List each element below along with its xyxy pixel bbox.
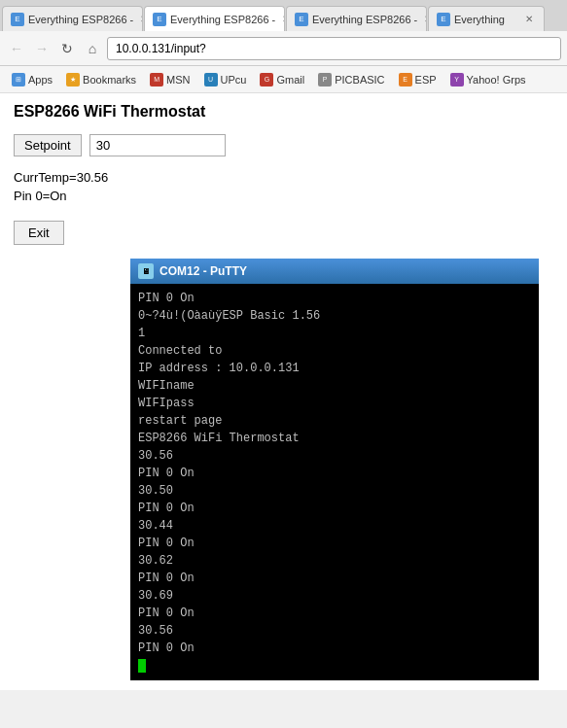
home-button[interactable]: ⌂ xyxy=(82,38,103,59)
picbasic-icon: P xyxy=(318,73,332,87)
terminal-line: 30.69 xyxy=(138,587,531,605)
bookmark-yahoo[interactable]: Y Yahoo! Grps xyxy=(444,71,532,88)
page-title: ESP8266 WiFi Thermostat xyxy=(14,103,553,121)
terminal-line: 30.56 xyxy=(138,447,531,465)
esp-icon: E xyxy=(399,73,412,87)
tab-label-3: Everything ESP8266 - xyxy=(312,14,417,25)
bookmark-msn[interactable]: M MSN xyxy=(144,71,195,88)
bookmark-picbasic[interactable]: P PICBASIC xyxy=(312,71,390,88)
bookmark-bookmarks[interactable]: ★ Bookmarks xyxy=(60,71,142,88)
tab-1[interactable]: E Everything ESP8266 - ✕ xyxy=(2,6,143,31)
tab-favicon-4: E xyxy=(437,13,450,26)
setpoint-label: Setpoint xyxy=(14,134,82,156)
terminal-line: ESP8266 WiFi Thermostat xyxy=(138,430,531,447)
bookmark-gmail-label: Gmail xyxy=(276,74,304,86)
tab-3[interactable]: E Everything ESP8266 - ✕ xyxy=(286,6,427,31)
bookmark-msn-label: MSN xyxy=(166,74,190,86)
apps-icon: ⊞ xyxy=(12,73,25,87)
bookmark-apps[interactable]: ⊞ Apps xyxy=(6,71,58,88)
terminal-line: Connected to xyxy=(138,342,531,360)
setpoint-row: Setpoint xyxy=(14,134,553,156)
tab-close-1[interactable]: ✕ xyxy=(137,13,143,26)
tab-favicon-3: E xyxy=(295,13,308,26)
putty-title-text: COM12 - PuTTY xyxy=(159,264,247,278)
putty-terminal[interactable]: PIN 0 On0~?4ù!(OàaùÿESP Basic 1.561Conne… xyxy=(130,284,539,680)
terminal-line: 1 xyxy=(138,325,531,342)
terminal-line: PIN 0 On xyxy=(138,465,531,482)
gmail-icon: G xyxy=(260,73,273,87)
terminal-line: 30.44 xyxy=(138,517,531,535)
terminal-line: 30.50 xyxy=(138,482,531,500)
tab-2[interactable]: E Everything ESP8266 - ✕ xyxy=(144,6,285,31)
bookmark-yahoo-label: Yahoo! Grps xyxy=(467,74,526,86)
bookmark-esp[interactable]: E ESP xyxy=(393,71,443,88)
setpoint-input[interactable] xyxy=(89,134,226,156)
tab-close-4[interactable]: ✕ xyxy=(522,13,536,26)
bookmark-bookmarks-label: Bookmarks xyxy=(83,74,136,86)
exit-button[interactable]: Exit xyxy=(14,221,64,245)
bookmark-upcu-label: UPcu xyxy=(221,74,247,86)
reload-button[interactable]: ↻ xyxy=(56,38,78,59)
terminal-cursor xyxy=(138,659,146,673)
tab-close-2[interactable]: ✕ xyxy=(279,13,285,26)
terminal-line: PIN 0 On xyxy=(138,605,531,622)
back-button[interactable]: ← xyxy=(6,38,27,59)
bookmark-esp-label: ESP xyxy=(415,74,437,86)
upcu-icon: U xyxy=(204,73,218,87)
terminal-line: 30.56 xyxy=(138,622,531,640)
bookmarks-icon: ★ xyxy=(66,73,80,87)
tab-close-3[interactable]: ✕ xyxy=(421,13,427,26)
terminal-line: 30.62 xyxy=(138,552,531,570)
tab-4[interactable]: E Everything ✕ xyxy=(428,6,545,31)
terminal-line: PIN 0 On xyxy=(138,290,531,307)
curr-temp-status: CurrTemp=30.56 xyxy=(14,170,553,185)
msn-icon: M xyxy=(150,73,163,87)
address-input[interactable] xyxy=(107,37,561,60)
terminal-line: PIN 0 On xyxy=(138,535,531,552)
terminal-line: WIFIpass xyxy=(138,395,531,412)
pin-status: Pin 0=On xyxy=(14,189,553,203)
yahoo-icon: Y xyxy=(450,73,464,87)
putty-window: 🖥 COM12 - PuTTY PIN 0 On0~?4ù!(OàaùÿESP … xyxy=(130,259,539,680)
bookmark-apps-label: Apps xyxy=(28,74,53,86)
bookmark-upcu[interactable]: U UPcu xyxy=(198,71,253,88)
terminal-line: PIN 0 On xyxy=(138,640,531,657)
putty-titlebar: 🖥 COM12 - PuTTY xyxy=(130,259,539,284)
tab-label-1: Everything ESP8266 - xyxy=(28,14,133,25)
terminal-line: 0~?4ù!(OàaùÿESP Basic 1.56 xyxy=(138,307,531,325)
terminal-line: WIFIname xyxy=(138,377,531,395)
page-content: ESP8266 WiFi Thermostat Setpoint CurrTem… xyxy=(0,93,567,690)
putty-title-icon: 🖥 xyxy=(138,263,154,279)
tab-label-4: Everything xyxy=(454,14,505,25)
forward-button[interactable]: → xyxy=(31,38,53,59)
terminal-line: PIN 0 On xyxy=(138,500,531,517)
bookmark-picbasic-label: PICBASIC xyxy=(335,74,384,86)
tab-label-2: Everything ESP8266 - xyxy=(170,14,275,25)
tab-favicon-1: E xyxy=(11,13,24,26)
nav-bar: ← → ↻ ⌂ xyxy=(0,31,567,66)
bookmark-gmail[interactable]: G Gmail xyxy=(254,71,310,88)
browser-tabs: E Everything ESP8266 - ✕ E Everything ES… xyxy=(0,0,567,31)
terminal-line: IP address : 10.0.0.131 xyxy=(138,360,531,377)
terminal-line: PIN 0 On xyxy=(138,570,531,587)
tab-favicon-2: E xyxy=(153,13,166,26)
bookmarks-bar: ⊞ Apps ★ Bookmarks M MSN U UPcu G Gmail … xyxy=(0,66,567,93)
terminal-line: restart page xyxy=(138,412,531,430)
